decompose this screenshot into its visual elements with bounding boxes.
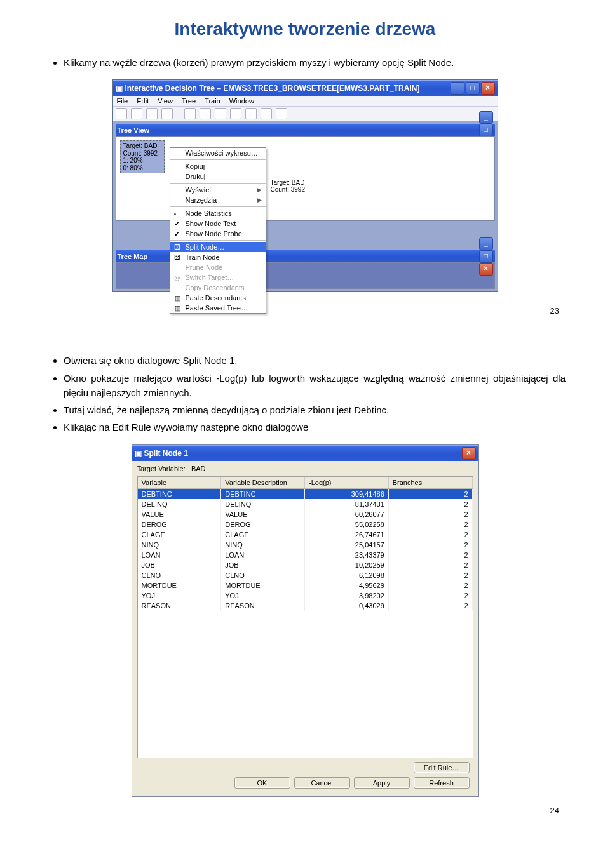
ctx-split-node[interactable]: ⚄Split Node… [170, 242, 266, 252]
apply-button[interactable]: Apply [354, 777, 410, 789]
table-row[interactable]: DEROGDEROG55,022582 [138, 519, 473, 530]
minimize-icon[interactable]: _ [479, 237, 493, 250]
ctx-paste-saved-tree[interactable]: ▥Paste Saved Tree… [170, 303, 266, 313]
table-row[interactable]: CLAGECLAGE26,746712 [138, 530, 473, 540]
menu-file[interactable]: File [117, 97, 128, 105]
menu-view[interactable]: View [158, 97, 173, 105]
cell-variable: REASON [138, 601, 222, 611]
paste-icon: ▥ [174, 294, 180, 302]
ctx-paste-descendants[interactable]: ▥Paste Descendants [170, 293, 266, 303]
cell-branches: 2 [389, 499, 473, 509]
tree-icon: ⚄ [174, 253, 180, 262]
cell-logp: 309,41486 [305, 489, 389, 499]
minimize-icon[interactable]: _ [451, 82, 464, 95]
target-variable-value: BAD [191, 465, 206, 472]
cell-logp: 4,95629 [305, 580, 389, 591]
ctx-view[interactable]: Wyświetl▶ [170, 185, 266, 195]
chevron-right-icon: ▶ [257, 187, 262, 193]
paragraph-text: Klikamy na węźle drzewa (korzeń) prawym … [64, 57, 454, 68]
cell-description: DELINQ [221, 499, 305, 509]
maximize-icon[interactable]: □ [479, 250, 493, 263]
cell-logp: 26,74671 [305, 530, 389, 540]
ctx-node-statistics[interactable]: ▫Node Statistics [170, 208, 266, 218]
tooltip-line: Target: BAD [271, 179, 306, 186]
cancel-button[interactable]: Cancel [294, 777, 350, 789]
variable-table[interactable]: Variable Variable Description -Log(p) Br… [137, 476, 473, 758]
minimize-icon[interactable]: _ [479, 111, 493, 124]
dialog-titlebar[interactable]: ▣ Split Node 1 × [132, 445, 478, 461]
maximize-icon[interactable]: □ [479, 124, 493, 137]
toolbar-icon[interactable] [161, 108, 173, 119]
table-row[interactable]: DEBTINCDEBTINC309,414862 [138, 489, 473, 499]
toolbar-icon[interactable] [146, 108, 158, 119]
toolbar-icon[interactable] [116, 108, 127, 119]
ctx-show-node-text[interactable]: ✔Show Node Text [170, 218, 266, 229]
table-row[interactable]: MORTDUEMORTDUE4,956292 [138, 580, 473, 591]
cell-variable: JOB [138, 560, 222, 570]
paragraph: Klikamy na węźle drzewa (korzeń) prawym … [64, 55, 566, 70]
cell-description: CLAGE [221, 530, 305, 540]
cell-variable: DEBTINC [138, 489, 222, 499]
menubar: File Edit View Tree Train Window [113, 96, 498, 107]
slide-number: 23 [0, 306, 610, 316]
table-row[interactable]: VALUEVALUE60,260772 [138, 509, 473, 519]
menu-tree[interactable]: Tree [182, 97, 196, 105]
refresh-button[interactable]: Refresh [414, 777, 470, 789]
split-icon: ⚄ [174, 243, 180, 251]
target-variable-label: Target Variable: [137, 465, 186, 472]
col-description[interactable]: Variable Description [221, 477, 305, 488]
cell-description: DEROG [221, 519, 305, 530]
edit-rule-button[interactable]: Edit Rule… [414, 762, 470, 773]
ok-button[interactable]: OK [234, 777, 290, 789]
close-icon[interactable]: × [462, 447, 476, 460]
cell-logp: 0,43029 [305, 601, 389, 611]
col-variable[interactable]: Variable [138, 477, 222, 488]
toolbar-icon[interactable] [276, 108, 287, 119]
menu-edit[interactable]: Edit [137, 97, 149, 105]
menu-window[interactable]: Window [229, 97, 254, 105]
cell-variable: DELINQ [138, 499, 222, 509]
cell-description: VALUE [221, 509, 305, 519]
window-titlebar[interactable]: ▣ Interactive Decision Tree – EMWS3.TREE… [113, 80, 498, 96]
paste-icon: ▥ [174, 304, 180, 312]
toolbar-icon[interactable] [245, 108, 257, 119]
ctx-train-node[interactable]: ⚄Train Node [170, 252, 266, 262]
cell-branches: 2 [389, 519, 473, 530]
toolbar-icon[interactable] [200, 108, 211, 119]
table-row[interactable]: NINQNINQ25,041572 [138, 540, 473, 550]
cell-branches: 2 [389, 489, 473, 499]
node-tooltip: Target: BAD Count: 3992 [268, 178, 309, 194]
close-icon[interactable]: × [481, 82, 495, 95]
table-row[interactable]: YOJYOJ3,982022 [138, 591, 473, 601]
col-branches[interactable]: Branches [389, 477, 473, 488]
paragraph: Klikając na Edit Rule wywołamy następne … [64, 420, 566, 434]
ctx-chart-properties[interactable]: Właściwości wykresu… [170, 148, 266, 158]
maximize-icon[interactable]: □ [466, 82, 480, 95]
chevron-right-icon: ▶ [257, 197, 262, 203]
tooltip-line: Count: 3992 [271, 186, 306, 193]
table-row[interactable]: JOBJOB10,202592 [138, 560, 473, 570]
tree-root-node[interactable]: Target: BAD Count: 3992 1: 20% 0: 80% [120, 140, 165, 173]
ctx-copy[interactable]: Kopiuj [170, 161, 266, 171]
table-row[interactable]: LOANLOAN23,433792 [138, 550, 473, 560]
toolbar-icon[interactable] [261, 108, 272, 119]
screenshot-app-window: ▣ Interactive Decision Tree – EMWS3.TREE… [112, 79, 498, 292]
toolbar-icon[interactable] [230, 108, 241, 119]
cell-branches: 2 [389, 509, 473, 519]
toolbar-icon[interactable] [131, 108, 142, 119]
toolbar-icon[interactable] [184, 108, 196, 119]
treeview-titlebar[interactable]: Tree View _ □ × [116, 124, 495, 136]
ctx-tools[interactable]: Narzędzia▶ [170, 195, 266, 205]
toolbar-icon[interactable] [215, 108, 226, 119]
menu-train[interactable]: Train [205, 97, 220, 105]
table-row[interactable]: DELINQDELINQ81,374312 [138, 499, 473, 509]
ctx-print[interactable]: Drukuj [170, 171, 266, 182]
cell-logp: 25,04157 [305, 540, 389, 550]
table-row[interactable]: REASONREASON0,430292 [138, 601, 473, 611]
table-row[interactable]: CLNOCLNO6,120982 [138, 570, 473, 580]
close-icon[interactable]: × [479, 263, 493, 276]
cell-variable: DEROG [138, 519, 222, 530]
table-header: Variable Variable Description -Log(p) Br… [138, 477, 473, 489]
col-logp[interactable]: -Log(p) [305, 477, 389, 488]
ctx-show-node-probe[interactable]: ✔Show Node Probe [170, 229, 266, 239]
